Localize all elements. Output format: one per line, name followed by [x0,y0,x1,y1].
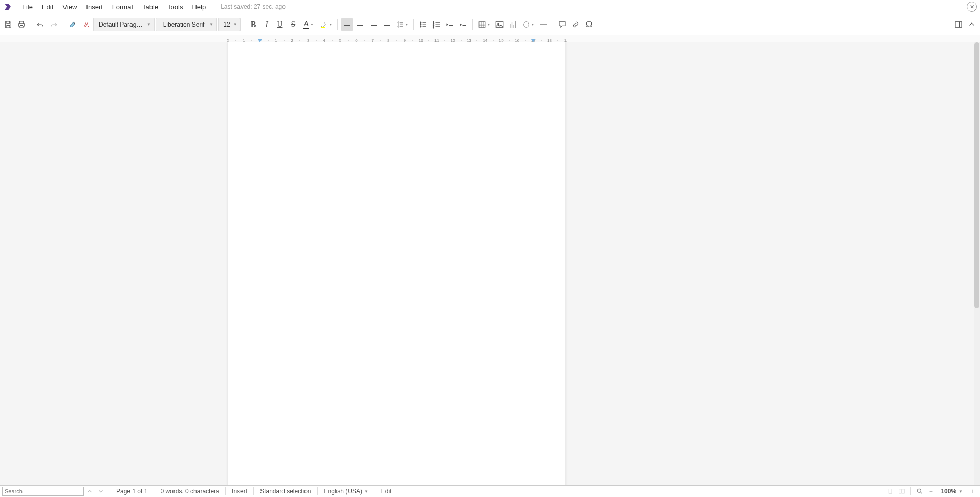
align-right-button[interactable] [367,18,380,31]
separator [31,19,31,30]
clone-formatting-button[interactable] [67,18,79,31]
ruler-tick: 2 [291,38,293,42]
svg-point-1 [420,22,421,23]
font-color-button[interactable]: A▼ [300,18,317,31]
zoom-level[interactable]: 100%▼ [939,488,965,495]
ruler-tick-minor [284,40,285,41]
status-bar: Page 1 of 1 0 words, 0 characters Insert… [0,485,980,497]
align-center-button[interactable] [354,18,366,31]
search-prev-button[interactable] [84,486,95,496]
italic-button[interactable]: I [260,18,273,31]
line-spacing-button[interactable]: ▼ [394,18,410,31]
search-next-button[interactable] [95,486,106,496]
insert-line-button[interactable] [537,18,550,31]
page-count-label[interactable]: Page 1 of 1 [113,488,150,495]
separator [244,19,244,30]
horizontal-ruler[interactable]: 211234567891011121314151617181 [0,35,980,42]
svg-point-2 [420,24,421,25]
caret-down-icon: ▼ [531,22,535,26]
zoom-fit-button[interactable] [914,486,925,496]
ruler-tick: 8 [387,38,389,42]
menu-file[interactable]: File [17,1,37,13]
search-input[interactable] [2,487,84,496]
ruler-tick-minor [461,40,461,41]
strikethrough-button[interactable]: S [287,18,299,31]
ruler-tick-minor [509,40,510,41]
menu-tools[interactable]: Tools [163,1,187,13]
word-count-label[interactable]: 0 words, 0 characters [157,488,222,495]
bullet-list-button[interactable] [417,18,429,31]
ruler-tick: 3 [307,38,309,42]
single-page-view-button[interactable] [885,486,896,496]
print-button[interactable] [15,18,28,31]
insert-shape-button[interactable]: ▼ [520,18,536,31]
svg-rect-14 [902,489,905,493]
ruler-tick: 13 [467,38,471,42]
insert-hyperlink-button[interactable] [570,18,582,31]
ruler-tick-minor [525,40,526,41]
increase-indent-button[interactable] [457,18,469,31]
menu-table[interactable]: Table [138,1,163,13]
caret-down-icon: ▼ [487,22,491,26]
highlight-color-button[interactable]: ▼ [318,18,334,31]
align-justify-button[interactable] [381,18,393,31]
separator [154,487,154,495]
menu-insert[interactable]: Insert [81,1,107,13]
zoom-in-button[interactable]: + [967,486,978,496]
insert-comment-button[interactable] [556,18,569,31]
insert-mode-label[interactable]: Insert [229,488,250,495]
separator [472,19,473,30]
ruler-tick-minor [493,40,493,41]
bold-button[interactable]: B [247,18,259,31]
separator [225,487,226,495]
ruler-tick: 18 [547,38,552,42]
menu-view[interactable]: View [58,1,81,13]
ruler-tick: 7 [372,38,374,42]
last-saved-label: Last saved: 27 sec. ago [221,3,286,10]
redo-button[interactable] [48,18,60,31]
menu-edit[interactable]: Edit [37,1,58,13]
edit-mode-label[interactable]: Edit [378,488,395,495]
svg-point-3 [420,26,421,27]
svg-rect-11 [955,21,962,27]
decrease-indent-button[interactable] [444,18,456,31]
insert-image-button[interactable] [493,18,506,31]
font-size-combo[interactable]: 12▼ [218,18,241,31]
clear-formatting-button[interactable] [80,18,92,31]
numbered-list-button[interactable]: 123 [430,18,443,31]
svg-point-15 [918,489,921,492]
menu-help[interactable]: Help [187,1,210,13]
paragraph-style-combo[interactable]: Default Paragraph S…▼ [93,18,155,31]
page-canvas[interactable] [228,42,565,485]
ruler-tick-minor [380,40,381,41]
ruler-tick-minor [412,40,413,41]
insert-chart-button[interactable] [507,18,519,31]
collapse-toolbar-button[interactable] [966,18,978,31]
underline-button[interactable]: U [274,18,286,31]
separator [553,19,553,30]
ruler-tick-minor [268,40,268,41]
menu-format[interactable]: Format [107,1,138,13]
multi-page-view-button[interactable] [896,486,907,496]
save-button[interactable] [2,18,14,31]
vertical-scrollbar[interactable] [974,42,980,485]
sidebar-toggle-button[interactable] [952,18,965,31]
undo-button[interactable] [34,18,47,31]
svg-rect-12 [889,489,892,493]
scrollbar-thumb[interactable] [974,42,979,308]
selection-mode-label[interactable]: Standard selection [257,488,314,495]
zoom-out-button[interactable]: − [925,486,937,496]
font-name-combo[interactable]: Liberation Serif▼ [156,18,217,31]
close-button[interactable]: ✕ [967,2,977,12]
insert-symbol-button[interactable]: Ω [583,18,595,31]
menu-bar: File Edit View Insert Format Table Tools… [0,0,980,14]
separator [317,487,318,495]
ruler-tick: 1 [564,38,567,42]
insert-table-button[interactable]: ▼ [476,18,492,31]
ruler-tick-minor [397,40,397,41]
language-selector[interactable]: English (USA)▼ [321,488,372,495]
ruler-tick: 11 [434,38,439,42]
caret-down-icon: ▼ [329,22,333,26]
svg-point-10 [523,21,529,27]
align-left-button[interactable] [341,18,353,31]
